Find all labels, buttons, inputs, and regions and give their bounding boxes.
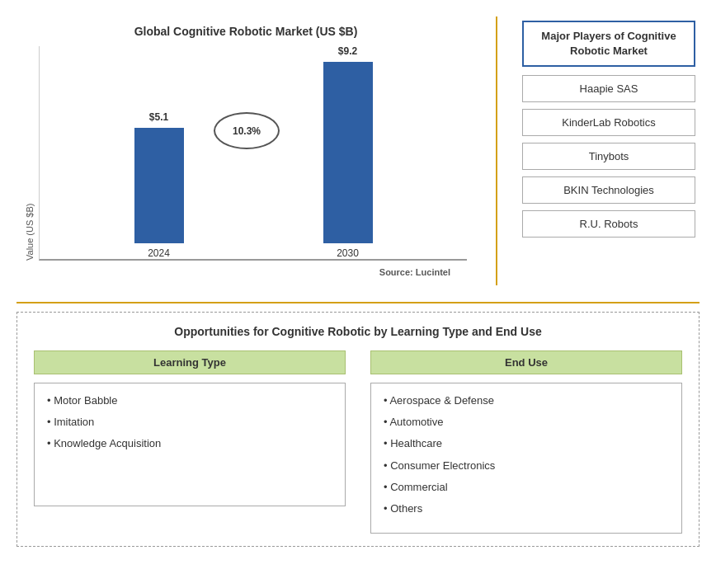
players-area: Major Players of Cognitive Robotic Marke… bbox=[518, 16, 700, 285]
learning-type-column: Learning Type Motor Babble Imitation Kno… bbox=[34, 350, 346, 534]
opportunities-content: Learning Type Motor Babble Imitation Kno… bbox=[34, 350, 682, 534]
opportunities-title: Opportunities for Cognitive Robotic by L… bbox=[34, 325, 682, 338]
oval-annotation: 10.3% bbox=[214, 112, 280, 149]
chart-container: Value (US $B) $5.1 2024 $9.2 bbox=[25, 46, 467, 261]
player-item-2: Tinybots bbox=[522, 143, 695, 170]
learning-type-list: Motor Babble Imitation Knowledge Acquisi… bbox=[34, 383, 346, 506]
learning-item-1: Imitation bbox=[47, 415, 332, 430]
top-section: Global Cognitive Robotic Market (US $B) … bbox=[16, 16, 700, 285]
bar-group-2030: $9.2 2030 bbox=[323, 62, 373, 259]
bar-value-2030: $9.2 bbox=[338, 45, 357, 57]
bar-2024: $5.1 bbox=[134, 128, 184, 243]
player-item-1: KinderLab Robotics bbox=[522, 109, 695, 136]
end-use-header: End Use bbox=[370, 350, 682, 374]
horizontal-divider bbox=[16, 302, 700, 303]
end-use-item-4: Commercial bbox=[384, 480, 669, 495]
learning-type-header: Learning Type bbox=[34, 350, 346, 374]
chart-area: Global Cognitive Robotic Market (US $B) … bbox=[16, 16, 475, 285]
players-title: Major Players of Cognitive Robotic Marke… bbox=[522, 21, 695, 67]
end-use-item-3: Consumer Electronics bbox=[384, 459, 669, 473]
end-use-column: End Use Aerospace & Defense Automotive H… bbox=[370, 350, 682, 534]
player-item-3: BKIN Technologies bbox=[522, 176, 695, 204]
chart-title: Global Cognitive Robotic Market (US $B) bbox=[25, 25, 467, 38]
end-use-item-2: Healthcare bbox=[384, 436, 669, 451]
main-container: Global Cognitive Robotic Market (US $B) … bbox=[16, 16, 700, 547]
bar-year-2024: 2024 bbox=[148, 247, 170, 259]
bar-group-2024: $5.1 2024 bbox=[134, 128, 184, 259]
bar-year-2030: 2030 bbox=[337, 247, 359, 259]
learning-item-2: Knowledge Acquisition bbox=[47, 436, 332, 451]
bar-value-2024: $5.1 bbox=[149, 111, 168, 123]
learning-item-0: Motor Babble bbox=[47, 393, 332, 408]
end-use-list: Aerospace & Defense Automotive Healthcar… bbox=[370, 383, 682, 534]
source-text: Source: Lucintel bbox=[25, 267, 467, 277]
chart-plot: $5.1 2024 $9.2 2030 10.3% bbox=[39, 46, 467, 261]
end-use-item-5: Others bbox=[384, 501, 669, 516]
player-item-4: R.U. Robots bbox=[522, 210, 695, 238]
player-item-0: Haapie SAS bbox=[522, 75, 695, 102]
bottom-section: Opportunities for Cognitive Robotic by L… bbox=[16, 312, 700, 547]
bar-2030: $9.2 bbox=[323, 62, 373, 243]
y-axis-label: Value (US $B) bbox=[25, 46, 35, 261]
end-use-item-1: Automotive bbox=[384, 415, 669, 430]
vertical-divider bbox=[496, 16, 497, 285]
end-use-item-0: Aerospace & Defense bbox=[384, 393, 669, 408]
